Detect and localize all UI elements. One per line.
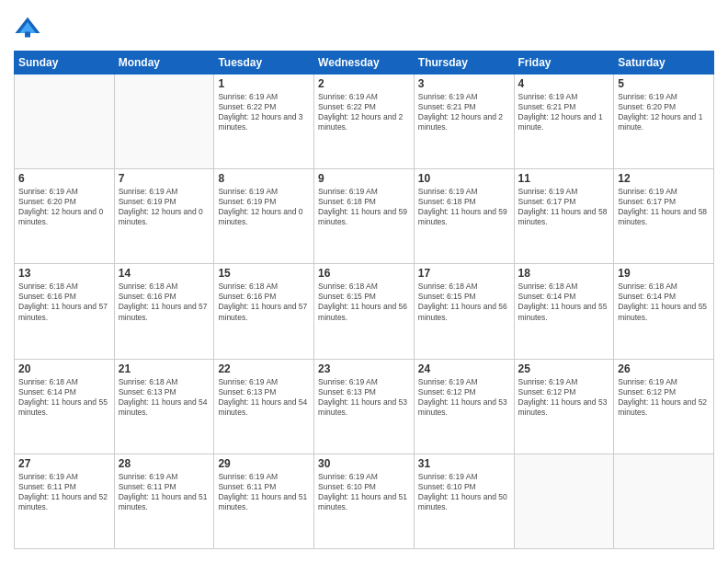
col-header-friday: Friday bbox=[514, 52, 614, 75]
calendar-cell: 19Sunrise: 6:18 AMSunset: 6:14 PMDayligh… bbox=[614, 264, 714, 359]
cell-info: Sunrise: 6:19 AMSunset: 6:21 PMDaylight:… bbox=[418, 92, 510, 132]
day-number: 14 bbox=[119, 267, 210, 280]
calendar-cell: 2Sunrise: 6:19 AMSunset: 6:22 PMDaylight… bbox=[314, 75, 415, 169]
day-number: 20 bbox=[18, 362, 110, 375]
cell-info: Sunrise: 6:19 AMSunset: 6:12 PMDaylight:… bbox=[618, 377, 710, 418]
cell-info: Sunrise: 6:19 AMSunset: 6:10 PMDaylight:… bbox=[418, 472, 510, 512]
cell-info: Sunrise: 6:19 AMSunset: 6:22 PMDaylight:… bbox=[218, 92, 310, 132]
day-number: 17 bbox=[418, 267, 510, 280]
calendar-cell: 30Sunrise: 6:19 AMSunset: 6:10 PMDayligh… bbox=[314, 454, 415, 548]
calendar-header-row: SundayMondayTuesdayWednesdayThursdayFrid… bbox=[15, 52, 714, 75]
cell-info: Sunrise: 6:19 AMSunset: 6:19 PMDaylight:… bbox=[119, 187, 210, 227]
col-header-sunday: Sunday bbox=[15, 52, 115, 75]
calendar-week-4: 20Sunrise: 6:18 AMSunset: 6:14 PMDayligh… bbox=[15, 359, 714, 454]
day-number: 2 bbox=[318, 77, 410, 90]
cell-info: Sunrise: 6:18 AMSunset: 6:14 PMDaylight:… bbox=[18, 377, 110, 418]
calendar-cell: 6Sunrise: 6:19 AMSunset: 6:20 PMDaylight… bbox=[15, 169, 115, 264]
day-number: 28 bbox=[119, 457, 210, 470]
calendar-cell: 11Sunrise: 6:19 AMSunset: 6:17 PMDayligh… bbox=[514, 169, 614, 264]
day-number: 6 bbox=[18, 172, 110, 185]
calendar-cell: 26Sunrise: 6:19 AMSunset: 6:12 PMDayligh… bbox=[614, 359, 714, 454]
calendar-week-3: 13Sunrise: 6:18 AMSunset: 6:16 PMDayligh… bbox=[15, 264, 714, 359]
calendar-cell: 9Sunrise: 6:19 AMSunset: 6:18 PMDaylight… bbox=[314, 169, 415, 264]
logo-icon bbox=[14, 14, 41, 41]
day-number: 1 bbox=[218, 77, 310, 90]
cell-info: Sunrise: 6:19 AMSunset: 6:21 PMDaylight:… bbox=[518, 92, 610, 132]
calendar-cell bbox=[15, 75, 115, 169]
calendar-cell: 15Sunrise: 6:18 AMSunset: 6:16 PMDayligh… bbox=[214, 264, 314, 359]
cell-info: Sunrise: 6:19 AMSunset: 6:13 PMDaylight:… bbox=[318, 377, 410, 418]
calendar-cell: 20Sunrise: 6:18 AMSunset: 6:14 PMDayligh… bbox=[15, 359, 115, 454]
cell-info: Sunrise: 6:19 AMSunset: 6:17 PMDaylight:… bbox=[618, 187, 710, 227]
cell-info: Sunrise: 6:19 AMSunset: 6:13 PMDaylight:… bbox=[218, 377, 310, 418]
day-number: 26 bbox=[618, 362, 710, 375]
cell-info: Sunrise: 6:18 AMSunset: 6:14 PMDaylight:… bbox=[518, 282, 610, 322]
cell-info: Sunrise: 6:18 AMSunset: 6:16 PMDaylight:… bbox=[18, 282, 110, 322]
cell-info: Sunrise: 6:18 AMSunset: 6:14 PMDaylight:… bbox=[618, 282, 710, 322]
day-number: 22 bbox=[218, 362, 310, 375]
day-number: 30 bbox=[318, 457, 410, 470]
calendar-cell: 12Sunrise: 6:19 AMSunset: 6:17 PMDayligh… bbox=[614, 169, 714, 264]
cell-info: Sunrise: 6:19 AMSunset: 6:10 PMDaylight:… bbox=[318, 472, 410, 512]
cell-info: Sunrise: 6:19 AMSunset: 6:12 PMDaylight:… bbox=[418, 377, 510, 418]
calendar-cell: 13Sunrise: 6:18 AMSunset: 6:16 PMDayligh… bbox=[15, 264, 115, 359]
calendar-cell: 14Sunrise: 6:18 AMSunset: 6:16 PMDayligh… bbox=[114, 264, 214, 359]
day-number: 15 bbox=[218, 267, 310, 280]
day-number: 25 bbox=[518, 362, 610, 375]
calendar-cell: 25Sunrise: 6:19 AMSunset: 6:12 PMDayligh… bbox=[514, 359, 614, 454]
calendar-week-5: 27Sunrise: 6:19 AMSunset: 6:11 PMDayligh… bbox=[15, 454, 714, 548]
day-number: 27 bbox=[18, 457, 110, 470]
cell-info: Sunrise: 6:19 AMSunset: 6:12 PMDaylight:… bbox=[518, 377, 610, 418]
day-number: 10 bbox=[418, 172, 510, 185]
cell-info: Sunrise: 6:19 AMSunset: 6:11 PMDaylight:… bbox=[18, 472, 110, 512]
calendar-cell: 16Sunrise: 6:18 AMSunset: 6:15 PMDayligh… bbox=[314, 264, 415, 359]
col-header-saturday: Saturday bbox=[614, 52, 714, 75]
day-number: 5 bbox=[618, 77, 710, 90]
day-number: 23 bbox=[318, 362, 410, 375]
calendar-cell: 5Sunrise: 6:19 AMSunset: 6:20 PMDaylight… bbox=[614, 75, 714, 169]
logo bbox=[14, 14, 43, 41]
cell-info: Sunrise: 6:18 AMSunset: 6:15 PMDaylight:… bbox=[418, 282, 510, 322]
calendar-cell bbox=[614, 454, 714, 548]
calendar-cell: 22Sunrise: 6:19 AMSunset: 6:13 PMDayligh… bbox=[214, 359, 314, 454]
cell-info: Sunrise: 6:19 AMSunset: 6:11 PMDaylight:… bbox=[218, 472, 310, 512]
day-number: 4 bbox=[518, 77, 610, 90]
cell-info: Sunrise: 6:19 AMSunset: 6:19 PMDaylight:… bbox=[218, 187, 310, 227]
day-number: 3 bbox=[418, 77, 510, 90]
calendar-cell bbox=[514, 454, 614, 548]
calendar-cell: 18Sunrise: 6:18 AMSunset: 6:14 PMDayligh… bbox=[514, 264, 614, 359]
day-number: 7 bbox=[119, 172, 210, 185]
day-number: 11 bbox=[518, 172, 610, 185]
day-number: 16 bbox=[318, 267, 410, 280]
calendar-cell: 1Sunrise: 6:19 AMSunset: 6:22 PMDaylight… bbox=[214, 75, 314, 169]
calendar-table: SundayMondayTuesdayWednesdayThursdayFrid… bbox=[14, 51, 714, 549]
calendar-cell: 24Sunrise: 6:19 AMSunset: 6:12 PMDayligh… bbox=[414, 359, 514, 454]
day-number: 13 bbox=[18, 267, 110, 280]
calendar-cell: 23Sunrise: 6:19 AMSunset: 6:13 PMDayligh… bbox=[314, 359, 415, 454]
day-number: 21 bbox=[119, 362, 210, 375]
day-number: 29 bbox=[218, 457, 310, 470]
day-number: 18 bbox=[518, 267, 610, 280]
cell-info: Sunrise: 6:19 AMSunset: 6:20 PMDaylight:… bbox=[18, 187, 110, 227]
col-header-tuesday: Tuesday bbox=[214, 52, 314, 75]
col-header-monday: Monday bbox=[114, 52, 214, 75]
calendar-cell: 17Sunrise: 6:18 AMSunset: 6:15 PMDayligh… bbox=[414, 264, 514, 359]
day-number: 8 bbox=[218, 172, 310, 185]
calendar-week-1: 1Sunrise: 6:19 AMSunset: 6:22 PMDaylight… bbox=[15, 75, 714, 169]
svg-rect-2 bbox=[25, 32, 30, 38]
calendar-cell: 21Sunrise: 6:18 AMSunset: 6:13 PMDayligh… bbox=[114, 359, 214, 454]
calendar-cell: 31Sunrise: 6:19 AMSunset: 6:10 PMDayligh… bbox=[414, 454, 514, 548]
calendar-cell: 29Sunrise: 6:19 AMSunset: 6:11 PMDayligh… bbox=[214, 454, 314, 548]
cell-info: Sunrise: 6:19 AMSunset: 6:20 PMDaylight:… bbox=[618, 92, 710, 132]
day-number: 9 bbox=[318, 172, 410, 185]
calendar-cell bbox=[114, 75, 214, 169]
calendar-cell: 10Sunrise: 6:19 AMSunset: 6:18 PMDayligh… bbox=[414, 169, 514, 264]
cell-info: Sunrise: 6:19 AMSunset: 6:17 PMDaylight:… bbox=[518, 187, 610, 227]
cell-info: Sunrise: 6:18 AMSunset: 6:16 PMDaylight:… bbox=[218, 282, 310, 322]
day-number: 24 bbox=[418, 362, 510, 375]
cell-info: Sunrise: 6:18 AMSunset: 6:16 PMDaylight:… bbox=[119, 282, 210, 322]
cell-info: Sunrise: 6:18 AMSunset: 6:13 PMDaylight:… bbox=[119, 377, 210, 418]
calendar-cell: 28Sunrise: 6:19 AMSunset: 6:11 PMDayligh… bbox=[114, 454, 214, 548]
day-number: 31 bbox=[418, 457, 510, 470]
header bbox=[14, 14, 714, 41]
